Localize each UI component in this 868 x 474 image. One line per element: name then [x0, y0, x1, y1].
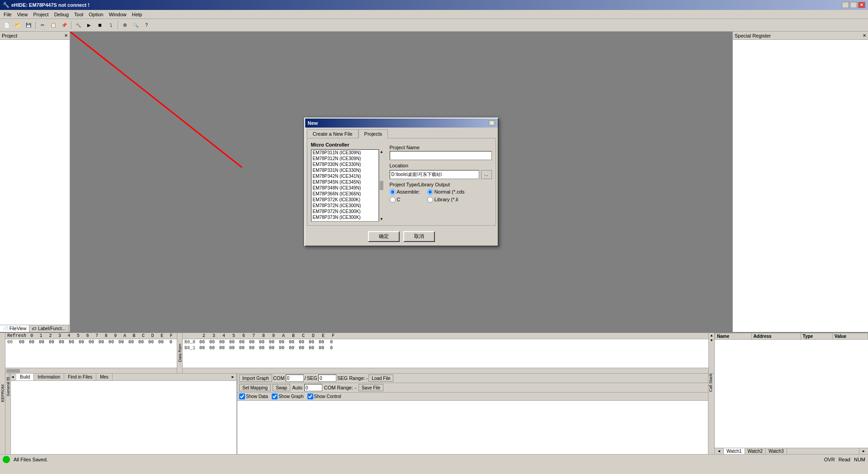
vscroll-up[interactable]: ▲ [709, 333, 714, 338]
list-item[interactable]: EM78P373N (ICE300K) [311, 214, 378, 220]
set-mapping-button[interactable]: Set Mapping [239, 384, 271, 391]
list-item[interactable]: EM78P330N (ICE330N) [311, 161, 378, 167]
col-name: Name [715, 333, 752, 340]
project-panel: Project ✕ 📄 FileView 🏷 Label/Funct... [0, 32, 70, 332]
vscroll-down[interactable]: ▼ [709, 338, 714, 343]
hscroll-thumb[interactable] [6, 369, 20, 373]
menu-option[interactable]: Option [86, 11, 106, 18]
list-item[interactable]: EM78P366N (ICE366N) [311, 191, 378, 197]
show-data-checkbox[interactable] [239, 393, 245, 399]
load-file-button[interactable]: Load File [368, 374, 393, 382]
scrollbar-up[interactable]: ▲ [380, 150, 383, 154]
menu-window[interactable]: Window [106, 11, 129, 18]
tb-misc3[interactable]: ? [142, 20, 151, 30]
tb-misc1[interactable]: ⚙ [120, 20, 130, 30]
special-register-header: Special Register ✕ [733, 32, 868, 40]
save-file-button[interactable]: Save File [359, 384, 384, 391]
menu-file[interactable]: File [1, 11, 14, 18]
location-row: ... [390, 170, 492, 179]
tb-save[interactable]: 💾 [24, 20, 33, 30]
c-radio-label: C [390, 197, 420, 203]
tb-run[interactable]: ▶ [84, 20, 94, 30]
tb-new[interactable]: 📄 [2, 20, 12, 30]
show-control-text: Show Control [314, 394, 341, 399]
location-input[interactable] [390, 170, 479, 179]
tab-build[interactable]: Build [16, 374, 34, 380]
scrollbar-down[interactable]: ▼ [380, 217, 383, 221]
tab-information[interactable]: Information [34, 374, 64, 380]
assemble-radio[interactable] [390, 189, 396, 195]
mem-hscroll[interactable] [5, 368, 177, 373]
tb-cut[interactable]: ✂ [38, 20, 47, 30]
menu-project[interactable]: Project [30, 11, 51, 18]
library-label: Library (*.li [434, 197, 458, 202]
minimize-button[interactable]: _ [842, 2, 849, 8]
tb-misc2[interactable]: 🔍 [131, 20, 141, 30]
tb-copy[interactable]: 📋 [48, 20, 58, 30]
library-radio[interactable] [427, 197, 433, 203]
special-register-close[interactable]: ✕ [863, 33, 866, 38]
watch-tab-2[interactable]: Watch2 [745, 448, 766, 454]
project-name-input[interactable] [390, 151, 492, 160]
list-item[interactable]: EM78P312N (ICE309N) [311, 156, 378, 161]
scroll-left-btn[interactable]: ◄ [11, 374, 16, 380]
ok-button[interactable]: 确定 [368, 231, 400, 242]
watch-tab-1[interactable]: Watch1 [724, 448, 745, 454]
tb-build[interactable]: 🔨 [73, 20, 83, 30]
list-item[interactable]: EM78P311N (ICE309N) [311, 150, 378, 156]
tab-labelfunct[interactable]: 🏷 Label/Funct... [29, 325, 68, 332]
tb-stop[interactable]: ⏹ [95, 20, 105, 30]
browse-button[interactable]: ... [481, 170, 492, 179]
com-input[interactable] [286, 374, 304, 382]
title-bar-text: eHIDE: EM78P447S not connect ! [11, 2, 90, 8]
normal-radio[interactable] [427, 189, 433, 195]
swap-button[interactable]: Swap [273, 384, 290, 391]
eeprom-label-area: EEPROM [0, 333, 5, 454]
list-item[interactable]: EM78P372N (ICE300K) [311, 209, 378, 214]
tab-find-in-files[interactable]: Find in Files [64, 374, 96, 380]
normal-radio-item: Normal (*.cds [427, 189, 465, 195]
seg-range-value: - [366, 375, 368, 381]
menu-help[interactable]: Help [129, 11, 145, 18]
list-item[interactable]: EM78P331N (ICE330N) [311, 167, 378, 173]
list-item[interactable]: EM78P372N (ICE300N) [311, 203, 378, 209]
auto-input[interactable] [304, 384, 322, 391]
maximize-button[interactable]: □ [850, 2, 857, 8]
tab-mes[interactable]: Mes [96, 374, 113, 380]
c-radio[interactable] [390, 197, 396, 203]
tb-step[interactable]: ⤵ [106, 20, 116, 30]
tab-fileview[interactable]: 📄 FileView [0, 325, 29, 332]
menu-view[interactable]: View [14, 11, 31, 18]
watch-scroll-left[interactable]: ◄ [715, 448, 724, 454]
tab-projects[interactable]: Projects [359, 129, 388, 138]
list-item[interactable]: EM78P348N (ICE349N) [311, 185, 378, 191]
import-graph-button[interactable]: Import Graph [239, 374, 272, 382]
toolbar: 📄 📂 💾 ✂ 📋 📌 🔨 ▶ ⏹ ⤵ ⚙ 🔍 ? [0, 19, 868, 32]
mcu-listbox[interactable]: EM78P311N (ICE309N) EM78P312N (ICE309N) … [311, 149, 379, 222]
project-panel-title: Project [2, 33, 17, 38]
list-item[interactable]: EM78P374N (ICE370N) [311, 220, 378, 222]
tb-open[interactable]: 📂 [13, 20, 23, 30]
assemble-group: Assemble: C [390, 189, 420, 203]
cancel-button[interactable]: 取消 [403, 231, 435, 242]
show-graph-checkbox[interactable] [272, 393, 278, 399]
status-bar: All Files Saved. OVR Read NUM [0, 454, 868, 464]
data-ram-hscroll[interactable] [183, 368, 708, 373]
scroll-right-btn[interactable]: ► [231, 374, 236, 380]
project-panel-close[interactable]: ✕ [64, 33, 68, 38]
seg-input[interactable] [318, 374, 336, 382]
col-type: Type [801, 333, 832, 340]
menu-debug[interactable]: Debug [52, 11, 71, 18]
show-control-checkbox[interactable] [307, 393, 313, 399]
tb-paste[interactable]: 📌 [59, 20, 69, 30]
tab-create-new-file[interactable]: Create a New File [307, 129, 359, 138]
watch-tab-3[interactable]: Watch3 [766, 448, 787, 454]
dialog-close-button[interactable]: ✕ [489, 120, 495, 126]
watch-scroll-right[interactable]: ► [859, 448, 868, 454]
menu-tool[interactable]: Tool [71, 11, 86, 18]
scrollbar-thumb[interactable] [380, 181, 383, 190]
list-item[interactable]: EM78P372K (ICE300K) [311, 197, 378, 203]
list-item[interactable]: EM78P342N (ICE341N) [311, 173, 378, 179]
list-item[interactable]: EM78P345N (ICE345N) [311, 179, 378, 185]
close-button[interactable]: ✕ [858, 2, 865, 8]
